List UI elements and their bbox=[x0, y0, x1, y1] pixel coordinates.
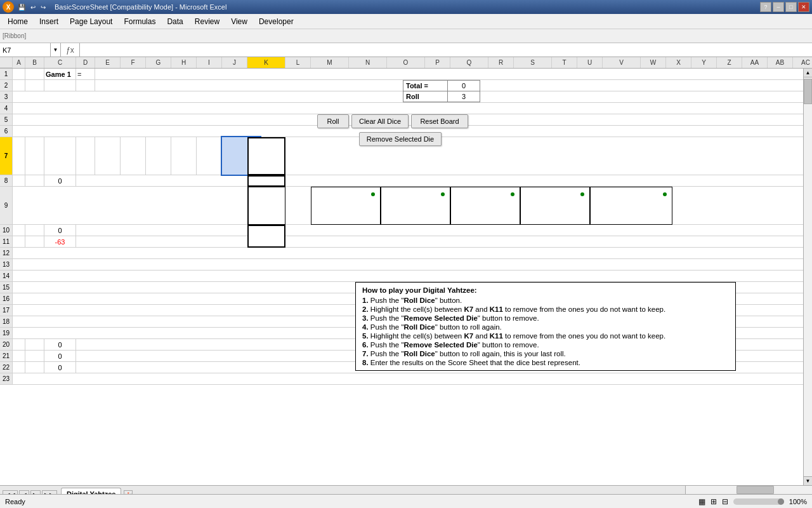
name-box-arrow[interactable]: ▼ bbox=[51, 43, 61, 57]
row-14: 14 bbox=[0, 271, 812, 282]
die-dot-o9 bbox=[441, 192, 445, 196]
cell-C10[interactable]: 0 bbox=[44, 225, 76, 236]
col-header-F[interactable]: F bbox=[121, 57, 146, 68]
instructions-step-3: 3. Push the "Remove Selected Die" button… bbox=[362, 314, 729, 322]
step-4-num: 4. bbox=[362, 323, 369, 331]
cell-C8[interactable]: 0 bbox=[44, 175, 76, 186]
col-header-L[interactable]: L bbox=[285, 57, 311, 68]
col-header-Y[interactable]: Y bbox=[691, 57, 717, 68]
col-header-Q[interactable]: Q bbox=[450, 57, 488, 68]
rh-8: 8 bbox=[0, 175, 13, 187]
die-o9[interactable] bbox=[381, 187, 450, 225]
total-value[interactable]: 0 bbox=[448, 81, 480, 91]
cell-C1[interactable]: Game 1 bbox=[44, 69, 76, 80]
menu-data[interactable]: Data bbox=[162, 16, 188, 27]
die-k10-11[interactable] bbox=[247, 225, 285, 248]
reset-board-button[interactable]: Reset Board bbox=[411, 114, 468, 128]
view-normal-icon[interactable]: ▦ bbox=[698, 497, 705, 506]
close-button[interactable]: ✕ bbox=[798, 2, 809, 12]
row-1: 1 Game 1 = bbox=[0, 69, 812, 80]
zoom-slider[interactable] bbox=[733, 498, 784, 505]
die-m9[interactable] bbox=[311, 187, 381, 225]
name-box[interactable]: K7 bbox=[0, 43, 51, 57]
col-header-C[interactable]: C bbox=[44, 57, 76, 68]
step-8-text: Enter the results on the Score Sheet tha… bbox=[370, 359, 580, 366]
col-header-S[interactable]: S bbox=[514, 57, 552, 68]
cell-C11[interactable]: -63 bbox=[44, 236, 76, 247]
status-bar: Ready ▦ ⊞ ⊟ 100% bbox=[0, 494, 812, 508]
help-button[interactable]: ? bbox=[760, 2, 771, 12]
status-right: ▦ ⊞ ⊟ 100% bbox=[698, 497, 807, 506]
menu-insert[interactable]: Insert bbox=[34, 16, 63, 27]
v-scroll-down[interactable]: ▼ bbox=[804, 476, 812, 485]
h-scrollbar[interactable] bbox=[685, 485, 812, 494]
undo-icon[interactable]: ↩ bbox=[29, 4, 37, 11]
col-header-M[interactable]: M bbox=[311, 57, 349, 68]
cell-A1[interactable] bbox=[13, 69, 25, 80]
menu-formulas[interactable]: Formulas bbox=[119, 16, 160, 27]
col-header-N[interactable]: N bbox=[349, 57, 387, 68]
menu-page-layout[interactable]: Page Layout bbox=[65, 16, 117, 27]
col-header-R[interactable]: R bbox=[488, 57, 514, 68]
remove-selected-die-button[interactable]: Remove Selected Die bbox=[359, 132, 442, 146]
col-header-P[interactable]: P bbox=[425, 57, 450, 68]
restore-button[interactable]: □ bbox=[785, 2, 797, 12]
function-icon[interactable]: ƒx bbox=[61, 43, 80, 57]
roll-value[interactable]: 3 bbox=[448, 91, 480, 102]
menu-review[interactable]: Review bbox=[190, 16, 225, 27]
save-icon[interactable]: 💾 bbox=[16, 4, 27, 11]
h-scroll-thumb[interactable] bbox=[737, 486, 775, 494]
col-header-AC[interactable]: AC bbox=[793, 57, 812, 68]
die-s9[interactable] bbox=[520, 187, 590, 225]
col-header-B[interactable]: B bbox=[25, 57, 44, 68]
step-2-text: Highlight the cell(s) between K7 and K11… bbox=[370, 305, 665, 313]
col-header-O[interactable]: O bbox=[387, 57, 425, 68]
cell-C21[interactable]: 0 bbox=[44, 351, 76, 361]
col-header-AA[interactable]: AA bbox=[742, 57, 768, 68]
step-6-text: Push the "Remove Selected Die" button to… bbox=[370, 341, 539, 349]
die-k8[interactable] bbox=[247, 175, 285, 187]
instructions-step-8: 8. Enter the results on the Score Sheet … bbox=[362, 359, 729, 366]
die-k7[interactable] bbox=[247, 137, 285, 175]
view-preview-icon[interactable]: ⊟ bbox=[722, 497, 728, 506]
v-scrollbar[interactable]: ▲ ▼ bbox=[803, 69, 812, 485]
col-header-T[interactable]: T bbox=[552, 57, 577, 68]
menu-view[interactable]: View bbox=[226, 16, 252, 27]
cell-C22[interactable]: 0 bbox=[44, 362, 76, 373]
minimize-button[interactable]: – bbox=[773, 2, 784, 12]
view-page-icon[interactable]: ⊞ bbox=[710, 497, 717, 506]
col-header-U[interactable]: U bbox=[577, 57, 603, 68]
v-scroll-up[interactable]: ▲ bbox=[804, 69, 812, 77]
die-u9[interactable] bbox=[590, 187, 672, 225]
menu-home[interactable]: Home bbox=[3, 16, 33, 27]
clear-all-dice-button[interactable]: Clear All Dice bbox=[351, 114, 409, 128]
rh-9: 9 bbox=[0, 187, 13, 225]
step-3-num: 3. bbox=[362, 314, 369, 322]
v-scroll-thumb[interactable] bbox=[804, 79, 812, 104]
col-header-Z[interactable]: Z bbox=[717, 57, 742, 68]
cell-D1[interactable]: = bbox=[76, 69, 95, 80]
col-header-G[interactable]: G bbox=[146, 57, 171, 68]
cell-B1[interactable] bbox=[25, 69, 44, 80]
col-header-V[interactable]: V bbox=[603, 57, 641, 68]
rh-3: 3 bbox=[0, 91, 13, 103]
col-header-AB[interactable]: AB bbox=[768, 57, 793, 68]
col-header-I[interactable]: I bbox=[197, 57, 222, 68]
col-header-W[interactable]: W bbox=[641, 57, 666, 68]
cell-C20[interactable]: 0 bbox=[44, 339, 76, 350]
die-k9[interactable] bbox=[247, 187, 285, 225]
bottom-bar: ◀◀ ◀ ▶ ▶▶ Digital Yahtzee 🎲 Ready bbox=[0, 485, 812, 508]
instructions-step-6: 6. Push the "Remove Selected Die" button… bbox=[362, 341, 729, 349]
col-header-H[interactable]: H bbox=[171, 57, 197, 68]
col-header-D[interactable]: D bbox=[76, 57, 95, 68]
col-header-J[interactable]: J bbox=[222, 57, 247, 68]
die-q9[interactable] bbox=[450, 187, 520, 225]
col-header-X[interactable]: X bbox=[666, 57, 691, 68]
col-header-E[interactable]: E bbox=[95, 57, 121, 68]
col-header-A[interactable]: A bbox=[13, 57, 25, 68]
redo-icon[interactable]: ↪ bbox=[39, 4, 47, 11]
roll-button[interactable]: Roll bbox=[317, 114, 349, 128]
menu-developer[interactable]: Developer bbox=[254, 16, 299, 27]
col-header-K[interactable]: K bbox=[247, 57, 285, 68]
formula-input[interactable] bbox=[80, 43, 812, 57]
